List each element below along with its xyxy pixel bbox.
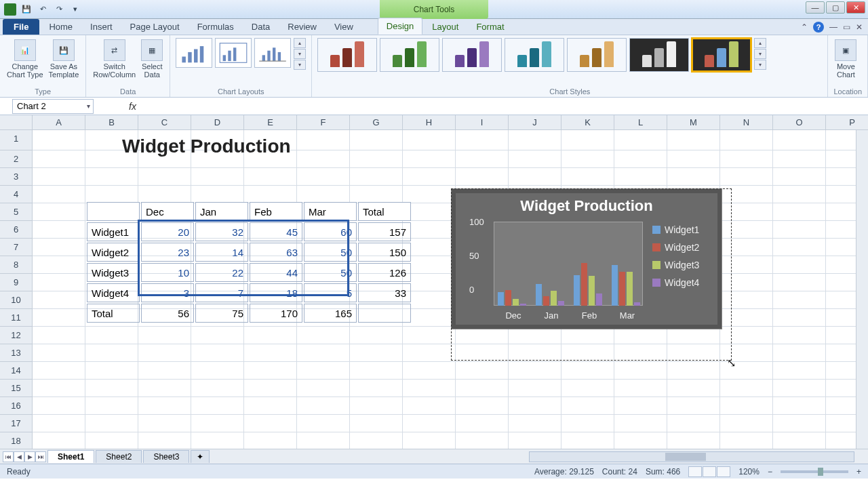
zoom-slider[interactable]: [781, 470, 848, 473]
embedded-chart[interactable]: Widget Production 050100DecJanFebMar Wid…: [451, 188, 722, 329]
legend-item-widget2[interactable]: Widget2: [652, 242, 715, 253]
col-header-H[interactable]: H: [403, 115, 456, 130]
chart-layout-3[interactable]: [254, 38, 291, 68]
legend-item-widget4[interactable]: Widget4: [652, 277, 715, 288]
col-header-I[interactable]: I: [456, 115, 509, 130]
col-header-G[interactable]: G: [350, 115, 403, 130]
move-chart-button[interactable]: ▣Move Chart: [833, 38, 858, 80]
sheet-nav-prev[interactable]: ◀: [14, 451, 24, 462]
workbook-minimize-icon[interactable]: —: [829, 22, 837, 32]
row-header-9[interactable]: 9: [0, 274, 33, 291]
chart-layouts-scroll[interactable]: ▴▾▾: [294, 38, 306, 70]
col-header-O[interactable]: O: [773, 115, 826, 130]
column-headers[interactable]: ABCDEFGHIJKLMNOP: [33, 115, 868, 130]
row-header-1[interactable]: 1: [0, 130, 33, 150]
row-header-15[interactable]: 15: [0, 380, 33, 397]
row-header-13[interactable]: 13: [0, 344, 33, 362]
chart-title[interactable]: Widget Production: [456, 193, 717, 219]
tab-format[interactable]: Format: [468, 19, 512, 35]
workbook-restore-icon[interactable]: ▭: [843, 22, 850, 32]
vertical-scrollbar[interactable]: [856, 130, 868, 449]
save-as-template-button[interactable]: 💾Save As Template: [47, 38, 81, 80]
col-header-D[interactable]: D: [191, 115, 244, 130]
row-headers[interactable]: 123456789101112131415161718: [0, 130, 33, 449]
row-header-8[interactable]: 8: [0, 256, 33, 274]
zoom-in-button[interactable]: +: [856, 467, 861, 476]
sheet-nav-last[interactable]: ⏭: [35, 451, 46, 462]
maximize-button[interactable]: ▢: [826, 1, 845, 14]
legend-item-widget3[interactable]: Widget3: [652, 260, 715, 270]
chart-style-1[interactable]: [317, 38, 377, 72]
select-data-button[interactable]: ▦Select Data: [140, 38, 164, 80]
fx-icon[interactable]: fx: [129, 101, 136, 112]
switch-row-column-button[interactable]: ⇄Switch Row/Column: [92, 38, 137, 80]
chart-style-7[interactable]: [692, 38, 751, 72]
chart-style-5[interactable]: [567, 38, 627, 72]
row-header-10[interactable]: 10: [0, 291, 33, 309]
redo-icon[interactable]: ↷: [53, 3, 65, 16]
chart-style-6[interactable]: [629, 38, 689, 72]
col-header-N[interactable]: N: [720, 115, 773, 130]
close-button[interactable]: ✕: [846, 1, 865, 14]
col-header-L[interactable]: L: [614, 115, 667, 130]
tab-data[interactable]: Data: [243, 19, 278, 35]
col-header-M[interactable]: M: [667, 115, 720, 130]
qat-dropdown-icon[interactable]: ▾: [69, 3, 81, 16]
help-icon[interactable]: ?: [813, 22, 824, 33]
minimize-button[interactable]: —: [806, 1, 825, 14]
chart-style-2[interactable]: [380, 38, 439, 72]
change-chart-type-button[interactable]: 📊Change Chart Type: [5, 38, 45, 80]
row-header-7[interactable]: 7: [0, 239, 33, 256]
row-header-18[interactable]: 18: [0, 432, 33, 449]
chart-layout-1[interactable]: [176, 38, 212, 68]
chart-styles-scroll[interactable]: ▴▾▾: [754, 38, 766, 70]
name-box[interactable]: Chart 2: [12, 99, 94, 114]
row-header-3[interactable]: 3: [0, 168, 33, 186]
chart-legend[interactable]: Widget1Widget2Widget3Widget4: [650, 219, 717, 325]
col-header-C[interactable]: C: [138, 115, 191, 130]
row-header-5[interactable]: 5: [0, 203, 33, 221]
row-header-17[interactable]: 17: [0, 415, 33, 432]
tab-view[interactable]: View: [326, 19, 361, 35]
sheet-nav-next[interactable]: ▶: [24, 451, 35, 462]
tab-insert[interactable]: Insert: [82, 19, 121, 35]
zoom-level[interactable]: 120%: [738, 467, 760, 476]
legend-item-widget1[interactable]: Widget1: [652, 224, 715, 235]
sheet-nav-first[interactable]: ⏮: [3, 451, 14, 462]
worksheet-grid[interactable]: ABCDEFGHIJKLMNOP 12345678910111213141516…: [0, 115, 868, 449]
row-header-4[interactable]: 4: [0, 186, 33, 203]
row-header-6[interactable]: 6: [0, 221, 33, 239]
row-header-2[interactable]: 2: [0, 150, 33, 168]
tab-layout[interactable]: Layout: [424, 19, 467, 35]
chart-style-4[interactable]: [505, 38, 564, 72]
tab-review[interactable]: Review: [279, 19, 325, 35]
chart-plot-area[interactable]: 050100DecJanFebMar: [456, 219, 650, 325]
tab-home[interactable]: Home: [41, 19, 81, 35]
undo-icon[interactable]: ↶: [37, 3, 49, 16]
col-header-B[interactable]: B: [85, 115, 138, 130]
col-header-E[interactable]: E: [244, 115, 297, 130]
horizontal-scrollbar[interactable]: [529, 451, 854, 462]
select-all-corner[interactable]: [0, 115, 33, 130]
row-header-14[interactable]: 14: [0, 362, 33, 380]
sheet-tab-1[interactable]: Sheet1: [47, 450, 94, 463]
sheet-tab-3[interactable]: Sheet3: [143, 450, 189, 463]
tab-page-layout[interactable]: Page Layout: [122, 19, 188, 35]
col-header-P[interactable]: P: [826, 115, 868, 130]
new-sheet-button[interactable]: ✦: [191, 450, 210, 463]
tab-file[interactable]: File: [3, 19, 39, 35]
save-icon[interactable]: 💾: [20, 3, 33, 16]
col-header-F[interactable]: F: [297, 115, 350, 130]
minimize-ribbon-icon[interactable]: ⌃: [801, 22, 808, 32]
tab-formulas[interactable]: Formulas: [189, 19, 242, 35]
row-header-16[interactable]: 16: [0, 397, 33, 415]
workbook-close-icon[interactable]: ✕: [856, 22, 863, 32]
chart-style-3[interactable]: [442, 38, 502, 72]
row-header-11[interactable]: 11: [0, 309, 33, 327]
col-header-A[interactable]: A: [33, 115, 85, 130]
chart-layout-2[interactable]: [215, 38, 252, 68]
data-table[interactable]: DecJanFebMarTotalWidget120324560157Widge…: [85, 201, 412, 324]
view-buttons[interactable]: [688, 466, 730, 477]
zoom-out-button[interactable]: −: [768, 467, 772, 476]
col-header-K[interactable]: K: [561, 115, 614, 130]
